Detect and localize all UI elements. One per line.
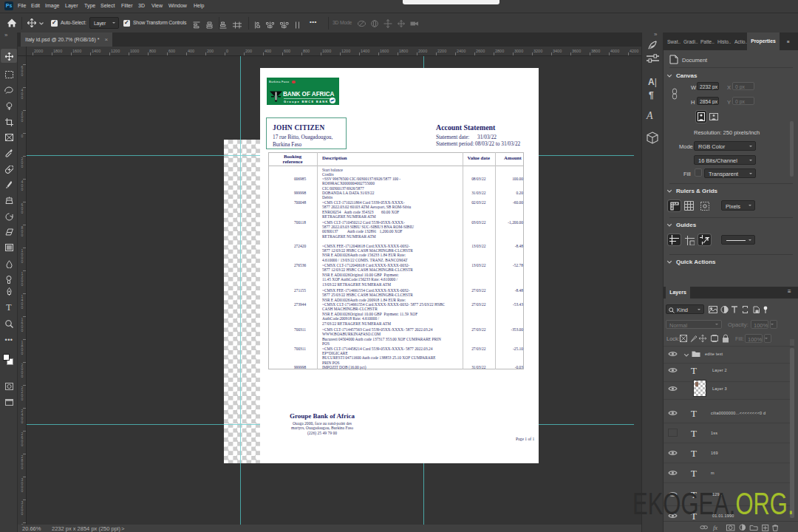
svg-text:fx: fx bbox=[713, 524, 717, 531]
